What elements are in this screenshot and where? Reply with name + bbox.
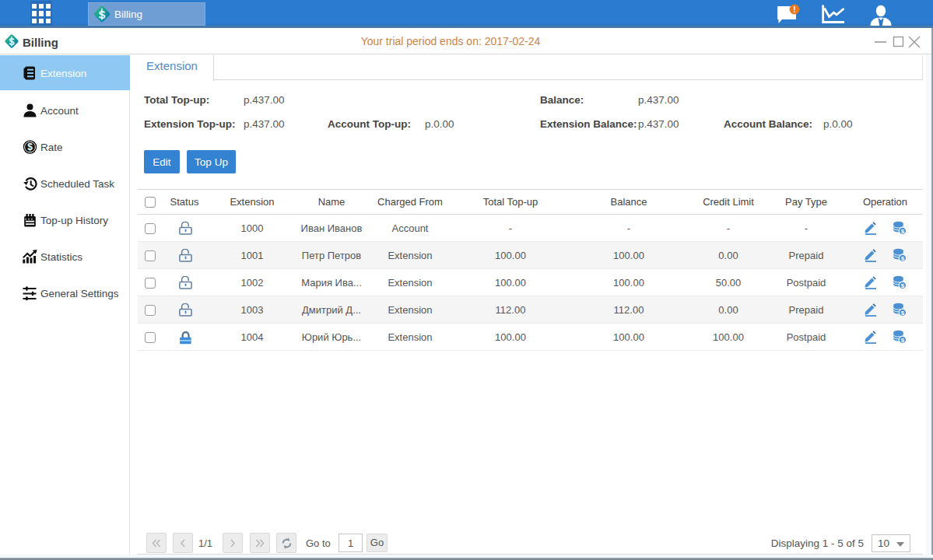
svg-text:$: $ <box>99 8 106 21</box>
svg-text:$: $ <box>27 142 33 152</box>
svg-text:!: ! <box>793 5 795 14</box>
svg-text:$: $ <box>901 310 905 317</box>
svg-text:$: $ <box>901 228 905 235</box>
svg-text:$: $ <box>901 282 905 289</box>
svg-text:$: $ <box>901 337 905 344</box>
svg-text:$: $ <box>901 255 905 262</box>
